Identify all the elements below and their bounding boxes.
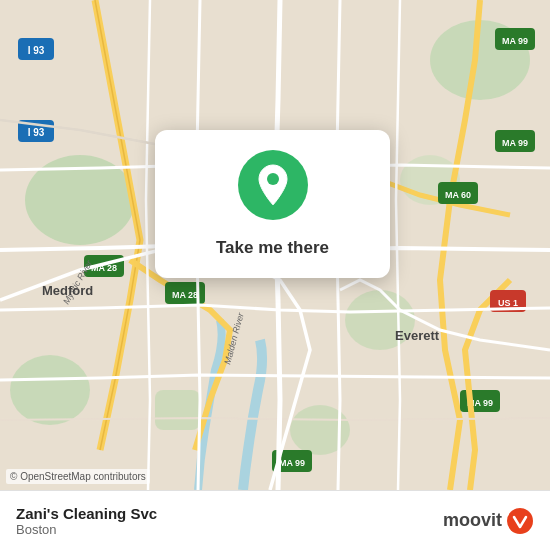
moovit-icon <box>506 507 534 535</box>
map-attribution: © OpenStreetMap contributors <box>6 469 150 484</box>
take-me-there-button[interactable]: Take me there <box>216 234 329 262</box>
svg-text:MA 99: MA 99 <box>502 36 528 46</box>
location-name: Zani's Cleaning Svc <box>16 505 157 522</box>
svg-rect-6 <box>155 390 200 430</box>
svg-point-2 <box>10 355 90 425</box>
svg-text:Everett: Everett <box>395 328 440 343</box>
pin-icon-circle <box>238 150 308 220</box>
location-pin-icon <box>255 163 291 207</box>
moovit-logo: moovit <box>443 507 534 535</box>
svg-text:MA 60: MA 60 <box>445 190 471 200</box>
svg-text:I 93: I 93 <box>28 127 45 138</box>
svg-text:MA 99: MA 99 <box>502 138 528 148</box>
svg-text:MA 28: MA 28 <box>172 290 198 300</box>
svg-point-32 <box>267 173 279 185</box>
svg-point-33 <box>507 508 533 534</box>
svg-text:MA 99: MA 99 <box>279 458 305 468</box>
bottom-bar: Zani's Cleaning Svc Boston moovit <box>0 490 550 550</box>
svg-text:US 1: US 1 <box>498 298 518 308</box>
location-info: Zani's Cleaning Svc Boston <box>16 505 157 537</box>
moovit-logo-text: moovit <box>443 510 502 531</box>
cta-card: Take me there <box>155 130 390 278</box>
location-city: Boston <box>16 522 157 537</box>
map-container: I 93 I 93 MA 28 MA 28 MA 99 MA 99 MA 99 … <box>0 0 550 490</box>
svg-text:I 93: I 93 <box>28 45 45 56</box>
svg-text:Medford: Medford <box>42 283 93 298</box>
